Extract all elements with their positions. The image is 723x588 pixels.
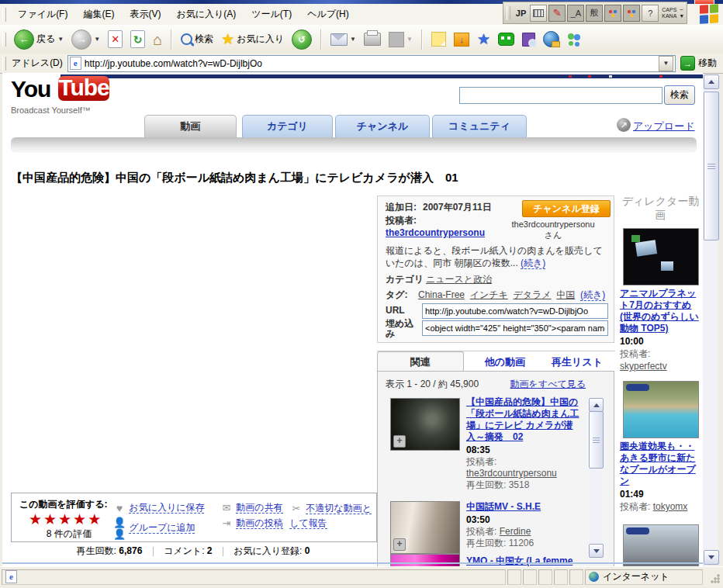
related-video-link[interactable]: 【中国産品的危険】中国の「段ボール紙詰め肉まん工場」にテレビ カメラが潜入～摘発…	[466, 396, 579, 442]
sidebar-video-link[interactable]: 圏央道効果も・・あきる野市に新たなプールがオープン	[620, 441, 701, 487]
ime-help-icon[interactable]: ?	[642, 5, 659, 22]
report-action[interactable]: ✂ 不適切な動画として報告	[289, 501, 372, 530]
window-scrollbar[interactable]	[703, 74, 718, 566]
tab-other-videos[interactable]: 他の動画	[468, 354, 542, 371]
star-rating[interactable]: ★★★★★	[29, 512, 102, 527]
scroll-up-icon[interactable]	[704, 74, 719, 89]
refresh-button[interactable]: ↻	[126, 30, 149, 48]
keyboard-icon[interactable]	[530, 5, 547, 22]
sidebar-thumbnail[interactable]	[623, 381, 699, 438]
back-button[interactable]: ← 戻る ▼	[10, 29, 67, 50]
back-dropdown-icon[interactable]: ▼	[57, 36, 64, 43]
edit-button[interactable]: ▼	[385, 32, 417, 47]
sidebar-author-link[interactable]: tokyomx	[653, 501, 688, 512]
tab-channels[interactable]: チャンネル	[335, 115, 430, 137]
robot-tool-button[interactable]	[494, 33, 518, 46]
home-button[interactable]: ⌂	[149, 32, 166, 47]
ime-conversion-mode[interactable]: 般	[586, 5, 603, 22]
related-list-scrollbar[interactable]	[589, 398, 602, 558]
edit-dropdown-icon[interactable]: ▼	[406, 36, 413, 43]
related-video-link[interactable]: YMO - 中国女 (La femme	[466, 555, 573, 566]
site-search-button[interactable]: 検索	[664, 85, 695, 105]
ime-input-mode[interactable]: _A	[567, 5, 584, 22]
download-manager-button[interactable]: ↓	[450, 33, 473, 47]
menu-file[interactable]: ファイル(F)	[10, 6, 75, 22]
messenger-star-button[interactable]: ★	[473, 32, 494, 47]
resize-grip[interactable]	[704, 569, 721, 585]
scroll-down-icon[interactable]	[589, 544, 604, 558]
tag-link[interactable]: China-Free	[418, 289, 465, 300]
menu-help[interactable]: ヘルプ(H)	[299, 6, 357, 22]
scrollbar-thumb[interactable]	[704, 92, 719, 240]
mail-button[interactable]: ▼	[327, 33, 360, 46]
forward-dropdown-icon[interactable]: ▼	[94, 36, 100, 43]
related-thumbnail[interactable]: +	[390, 398, 460, 451]
category-link[interactable]: ニュースと政治	[426, 273, 492, 286]
sidebar-author-link[interactable]: skyperfectv	[620, 361, 667, 372]
menu-edit[interactable]: 編集(E)	[75, 6, 122, 22]
menu-view[interactable]: 表示(V)	[122, 6, 168, 22]
toolbar-grip[interactable]	[2, 33, 6, 47]
sidebar-video-link[interactable]: アニマルプラネット7月のおすすめ(世界のめずらしい動物 TOP5)	[620, 288, 701, 334]
pen-icon[interactable]: ✎	[548, 5, 566, 22]
youtube-logo-you[interactable]: You	[11, 76, 50, 102]
ime-tools-icon[interactable]	[604, 5, 621, 22]
tags-more-link[interactable]: (続き)	[580, 289, 605, 301]
research-button[interactable]	[518, 33, 539, 47]
ime-pad-icon[interactable]	[623, 5, 640, 22]
plus-overlay-icon[interactable]: +	[393, 435, 406, 448]
history-button[interactable]: ↺	[288, 29, 316, 50]
add-group-action[interactable]: 👤👤 グループに追加	[112, 517, 195, 540]
address-dropdown-icon[interactable]: ▼	[659, 56, 673, 71]
sidebar-thumbnail[interactable]	[623, 524, 699, 566]
related-thumbnail[interactable]: +	[390, 501, 460, 554]
video-player[interactable]	[11, 195, 372, 490]
favorites-button[interactable]: ★ お気に入り	[217, 32, 288, 47]
embed-field[interactable]	[422, 320, 608, 336]
related-author-link[interactable]: the3rdcountrypersonu	[466, 468, 557, 479]
scroll-up-icon[interactable]	[589, 398, 604, 412]
discuss-button[interactable]	[427, 32, 450, 47]
toolbar-grip[interactable]	[2, 8, 6, 22]
print-button[interactable]	[360, 33, 385, 46]
author-link[interactable]: the3rdcountrypersonu	[386, 227, 485, 238]
upload-icon[interactable]: ↗	[617, 118, 631, 132]
tab-videos[interactable]: 動画	[144, 115, 237, 137]
upload-link[interactable]: アップロード	[633, 119, 695, 133]
save-favorite-action[interactable]: ♥ お気に入りに保存	[112, 501, 204, 514]
see-all-videos-link[interactable]: 動画をすべて見る	[510, 378, 586, 391]
scrollbar-thumb[interactable]	[589, 411, 604, 469]
description-more-link[interactable]: (続き)	[521, 258, 545, 269]
post-video-action[interactable]: ⇥ 動画の投稿	[220, 517, 283, 530]
address-grip[interactable]	[2, 57, 6, 71]
sidebar-thumbnail[interactable]	[623, 228, 699, 285]
tag-link[interactable]: インチキ	[470, 289, 508, 300]
tab-community[interactable]: コミュニティ	[432, 115, 527, 137]
scroll-down-icon[interactable]	[704, 550, 719, 565]
url-field[interactable]	[422, 303, 608, 319]
tag-link[interactable]: 中国	[556, 289, 575, 300]
youtube-logo-tube[interactable]: Tube	[58, 76, 109, 101]
stop-button[interactable]: ✕	[104, 30, 126, 48]
site-search-input[interactable]	[459, 87, 662, 104]
share-action[interactable]: ✉ 動画の共有	[220, 501, 283, 514]
address-url[interactable]: http://jp.youtube.com/watch?v=wD-DijlbjO…	[85, 58, 656, 69]
search-button-toolbar[interactable]: 検索	[177, 33, 217, 46]
tab-playlists[interactable]: 再生リスト	[540, 354, 614, 371]
ime-caps-kana[interactable]: CAPS KANA	[660, 7, 678, 19]
related-thumbnail[interactable]	[390, 554, 460, 566]
ime-jp-label[interactable]: JP	[514, 9, 528, 18]
ime-grip[interactable]	[507, 6, 510, 20]
tab-related[interactable]: 関連	[377, 351, 464, 372]
plus-overlay-icon[interactable]: +	[393, 538, 406, 551]
related-author-link[interactable]: Ferdine	[500, 526, 531, 537]
menu-favorites[interactable]: お気に入り(A)	[168, 6, 244, 22]
forward-button[interactable]: → ▼	[67, 29, 104, 50]
mail-dropdown-icon[interactable]: ▼	[350, 36, 356, 43]
web-folder-button[interactable]	[539, 31, 563, 47]
related-video-link[interactable]: 中国話MV - S.H.E	[466, 501, 541, 512]
tag-link[interactable]: デタラメ	[514, 289, 552, 300]
go-button[interactable]: → 移動	[676, 56, 723, 71]
address-input[interactable]: e http://jp.youtube.com/watch?v=wD-Dijlb…	[67, 55, 676, 72]
subscribe-button[interactable]: チャンネル登録	[522, 200, 611, 217]
